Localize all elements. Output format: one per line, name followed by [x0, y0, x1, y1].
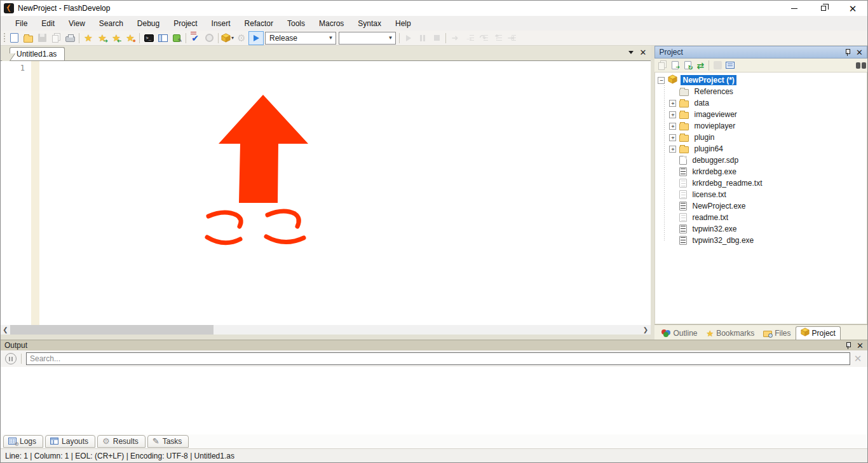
tree-item-newproject-exe[interactable]: NewProject.exe: [655, 200, 867, 212]
tree-item-root[interactable]: − NewProject (*): [655, 74, 867, 86]
menu-help[interactable]: Help: [388, 17, 418, 30]
toggle-bookmark-button[interactable]: ★: [81, 31, 95, 45]
tab-label: Outline: [673, 329, 697, 338]
expand-expander-icon[interactable]: +: [669, 111, 676, 118]
tab-outline[interactable]: Outline: [657, 328, 702, 340]
expand-expander-icon[interactable]: +: [669, 100, 676, 107]
tree-item-movieplayer[interactable]: + movieplayer: [655, 120, 867, 132]
main-toolbar: ★ ★➜ ★➜ ★● >_ ✔ ▾ ⚙ Release ▼ ▼: [1, 31, 867, 46]
refresh-tree-button[interactable]: ⇄: [694, 59, 707, 72]
expand-expander-icon[interactable]: +: [669, 134, 676, 141]
tab-bookmarks[interactable]: ★ Bookmarks: [702, 328, 759, 340]
copy-path-button[interactable]: [656, 59, 668, 72]
scrollbar-thumb[interactable]: [10, 325, 214, 335]
vertical-splitter[interactable]: [651, 46, 655, 340]
close-document-icon[interactable]: ✕: [640, 48, 647, 57]
tab-results[interactable]: ⚙ Results: [97, 435, 146, 448]
debug-pause-button[interactable]: [416, 31, 430, 45]
step-out-button[interactable]: ⇡: [490, 31, 504, 45]
output-content[interactable]: [1, 367, 867, 434]
minimize-button[interactable]: [780, 1, 809, 16]
copy-button[interactable]: [49, 31, 63, 45]
print-button[interactable]: [63, 31, 77, 45]
debug-stop-button[interactable]: [430, 31, 444, 45]
tree-item-license-txt[interactable]: license.txt: [655, 189, 867, 200]
close-button[interactable]: ✕: [838, 1, 867, 16]
console-button[interactable]: >_: [142, 31, 156, 45]
scroll-right-icon[interactable]: ❯: [641, 325, 651, 335]
check-syntax-button[interactable]: ✔: [188, 31, 202, 45]
pin-icon[interactable]: [844, 48, 851, 56]
menu-edit[interactable]: Edit: [34, 17, 62, 30]
clear-bookmarks-button[interactable]: ★●: [123, 31, 137, 45]
tree-item-krkrdebg-exe[interactable]: krkrdebg.exe: [655, 166, 867, 177]
pen-clip-icon: ✎: [153, 437, 159, 445]
tree-item-readme-txt[interactable]: readme.txt: [655, 212, 867, 223]
menu-view[interactable]: View: [62, 17, 92, 30]
prev-bookmark-button[interactable]: ★➜: [109, 31, 123, 45]
output-search-input[interactable]: [26, 352, 850, 365]
recent-builds-button[interactable]: [202, 31, 216, 45]
new-document-button[interactable]: [7, 31, 21, 45]
tree-item-tvpwin32-dbg-exe[interactable]: tvpwin32_dbg.exe: [655, 235, 867, 246]
close-panel-icon[interactable]: ✕: [857, 342, 864, 350]
project-tree: − NewProject (*) References + data +: [654, 73, 867, 324]
menu-tools[interactable]: Tools: [280, 17, 312, 30]
tree-item-krkrdebg-readme-txt[interactable]: krkrdebg_readme.txt: [655, 177, 867, 189]
open-file-button[interactable]: [21, 31, 35, 45]
menu-debug[interactable]: Debug: [130, 17, 166, 30]
tree-item-data[interactable]: + data: [655, 97, 867, 109]
debug-continue-button[interactable]: ➜: [448, 31, 462, 45]
run-to-cursor-button[interactable]: ⇥: [504, 31, 518, 45]
menu-macros[interactable]: Macros: [312, 17, 351, 30]
tree-item-plugin[interactable]: + plugin: [655, 132, 867, 143]
tab-files[interactable]: Files: [759, 328, 795, 340]
target-select[interactable]: ▼: [339, 32, 396, 45]
project-properties-button[interactable]: [724, 59, 736, 72]
restore-button[interactable]: [809, 1, 838, 16]
menu-syntax[interactable]: Syntax: [351, 17, 388, 30]
step-over-button[interactable]: ↷: [476, 31, 490, 45]
build-project-button[interactable]: ▾: [220, 31, 234, 45]
tab-logs[interactable]: Logs: [3, 435, 43, 448]
expand-expander-icon[interactable]: +: [669, 146, 676, 153]
sync-to-file-button[interactable]: [681, 59, 694, 72]
menu-refactor[interactable]: Refactor: [238, 17, 280, 30]
scroll-left-icon[interactable]: ❮: [1, 325, 10, 335]
step-into-button[interactable]: →: [462, 31, 476, 45]
panels-icon: [158, 34, 168, 42]
collapse-all-button[interactable]: [711, 59, 724, 72]
menu-project[interactable]: Project: [166, 17, 204, 30]
pin-icon[interactable]: [845, 342, 851, 349]
pause-output-button[interactable]: [5, 353, 17, 364]
menu-insert[interactable]: Insert: [205, 17, 238, 30]
panels-layout-button[interactable]: [156, 31, 170, 45]
menu-search[interactable]: Search: [92, 17, 130, 30]
expand-expander-icon[interactable]: +: [669, 123, 676, 130]
find-in-project-button[interactable]: [853, 59, 866, 72]
clear-search-icon[interactable]: ✕: [850, 352, 865, 365]
tree-item-imageviewer[interactable]: + imageviewer: [655, 109, 867, 120]
save-button[interactable]: [35, 31, 49, 45]
open-resource-button[interactable]: [668, 59, 681, 72]
collapse-expander-icon[interactable]: −: [658, 77, 665, 84]
tab-layouts[interactable]: Layouts: [45, 435, 95, 448]
tree-item-plugin64[interactable]: + plugin64: [655, 143, 867, 155]
tab-project[interactable]: Project: [796, 326, 841, 340]
close-panel-icon[interactable]: ✕: [856, 48, 863, 57]
menu-file[interactable]: File: [8, 17, 34, 30]
tree-item-references[interactable]: References: [655, 86, 867, 97]
tree-item-tvpwin32-exe[interactable]: tvpwin32.exe: [655, 223, 867, 235]
debug-start-button[interactable]: [402, 31, 416, 45]
tab-untitled1[interactable]: Untitled1.as: [10, 47, 65, 60]
document-list-dropdown-icon[interactable]: [628, 51, 634, 54]
tab-tasks[interactable]: ✎ Tasks: [147, 435, 189, 448]
code-editor[interactable]: 1: [1, 61, 651, 325]
settings-button[interactable]: ⚙: [234, 31, 248, 45]
edit-plugins-button[interactable]: [170, 31, 184, 45]
test-project-button[interactable]: [248, 31, 264, 45]
next-bookmark-button[interactable]: ★➜: [95, 31, 109, 45]
build-config-select[interactable]: Release ▼: [265, 32, 336, 45]
tree-item-debugger-sdp[interactable]: debugger.sdp: [655, 155, 867, 166]
horizontal-scrollbar[interactable]: ❮ ❯: [1, 325, 651, 335]
